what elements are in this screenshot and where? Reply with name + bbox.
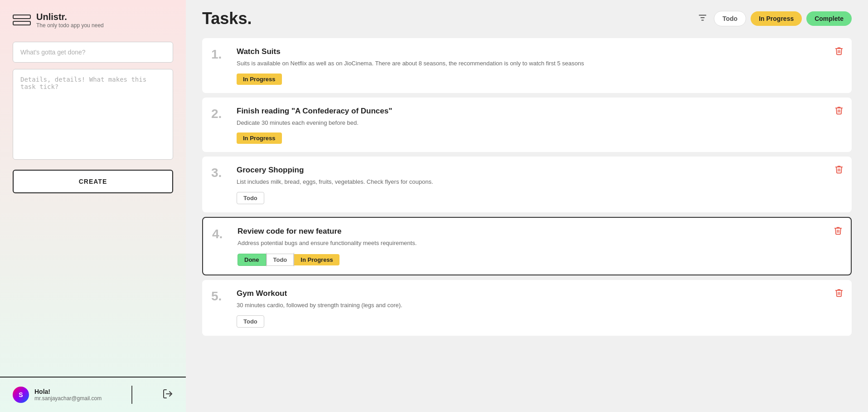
task-desc: 30 minutes cardio, followed by strength … [237,301,843,310]
app-tagline: The only todo app you need [36,22,104,29]
task-card: 5. Gym Workout 30 minutes cardio, follow… [202,280,852,336]
status-done-btn[interactable]: Done [238,254,266,266]
main-header: Tasks. Todo In Progress Complete [186,0,868,34]
sidebar-bottom: S Hola! mr.sanjayachar@gmail.com [0,377,186,412]
task-desc: List includes milk, bread, eggs, fruits,… [237,177,843,186]
delete-button[interactable] [834,165,844,176]
user-email: mr.sanjayachar@gmail.com [34,395,102,402]
status-badge[interactable]: Todo [237,315,264,328]
logo-icon [13,11,31,29]
task-name: Finish reading "A Confederacy of Dunces" [237,107,843,116]
avatar: S [13,387,29,403]
task-number: 1. [211,47,229,61]
task-body: Grocery Shopping List includes milk, bre… [237,166,843,204]
task-body: Finish reading "A Confederacy of Dunces"… [237,107,843,144]
status-badge[interactable]: In Progress [237,74,282,85]
task-body: Watch Suits Suits is available on Netfli… [237,47,843,85]
sidebar-divider [131,386,132,404]
delete-button[interactable] [834,226,843,237]
status-badge[interactable]: In Progress [237,132,282,144]
task-name: Grocery Shopping [237,166,843,175]
app-name: Unlistr. [36,12,104,22]
status-badge[interactable]: Todo [237,192,264,204]
user-info: S Hola! mr.sanjayachar@gmail.com [13,387,102,403]
task-number: 5. [211,289,229,303]
logo-area: Unlistr. The only todo app you need [13,11,173,29]
task-card: 4. Review code for new feature Address p… [202,217,852,276]
task-body: Gym Workout 30 minutes cardio, followed … [237,289,843,328]
task-body: Review code for new feature Address pote… [238,227,842,267]
sidebar: Unlistr. The only todo app you need CREA… [0,0,186,412]
task-card: 1. Watch Suits Suits is available on Net… [202,38,852,93]
task-name: Gym Workout [237,289,843,298]
delete-button[interactable] [834,46,844,58]
filter-area: Todo In Progress Complete [698,11,852,26]
task-number: 3. [211,166,229,179]
task-card: 3. Grocery Shopping List includes milk, … [202,157,852,212]
task-number: 2. [211,107,229,120]
page-title: Tasks. [202,9,252,28]
task-name: Watch Suits [237,47,843,56]
delete-button[interactable] [834,288,844,299]
task-desc: Suits is available on Netflix as well as… [237,59,843,68]
task-detail-input[interactable] [13,69,173,160]
task-desc: Dedicate 30 minutes each evening before … [237,118,843,128]
status-todo-btn[interactable]: Todo [267,254,294,266]
status-in-progress-btn[interactable]: In Progress [294,254,339,265]
task-title-input[interactable] [13,42,173,63]
filter-in-progress-button[interactable]: In Progress [751,11,802,26]
filter-todo-button[interactable]: Todo [714,11,746,26]
user-greeting: Hola! [34,388,102,395]
logout-button[interactable] [162,388,173,402]
filter-complete-button[interactable]: Complete [806,11,852,26]
status-buttons: Done Todo In Progress [238,253,842,266]
delete-button[interactable] [834,106,844,117]
create-button[interactable]: CREATE [13,170,173,193]
task-name: Review code for new feature [238,227,842,236]
task-card: 2. Finish reading "A Confederacy of Dunc… [202,98,852,152]
task-desc: Address potential bugs and ensure functi… [238,239,842,248]
task-number: 4. [212,227,230,240]
main-content: Tasks. Todo In Progress Complete 1. Watc… [186,0,868,412]
filter-icon[interactable] [698,13,708,25]
tasks-list: 1. Watch Suits Suits is available on Net… [186,34,868,412]
